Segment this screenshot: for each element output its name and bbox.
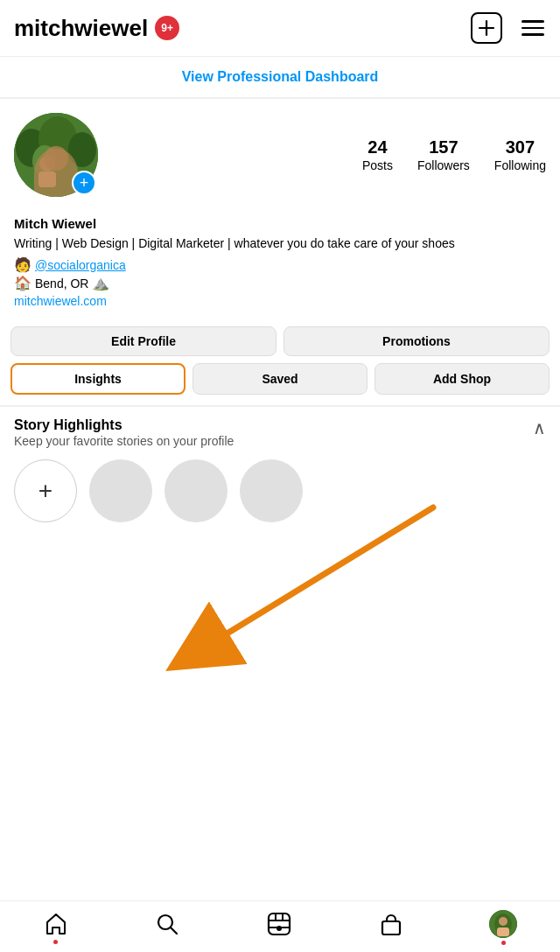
add-shop-label: Add Shop <box>433 372 491 386</box>
bio-website-line: mitchwiewel.com <box>14 293 546 309</box>
profile-top: + 24 Posts 157 Followers 307 Following <box>14 113 546 197</box>
nav-shop[interactable] <box>378 911 404 937</box>
svg-rect-17 <box>282 914 284 920</box>
mountain-emoji: ⛰️ <box>92 275 109 291</box>
hamburger-icon <box>522 20 544 36</box>
action-buttons-row2: Insights Saved Add Shop <box>0 360 560 405</box>
dashboard-link-section: View Professional Dashboard <box>0 57 560 98</box>
person-emoji: 🧑 <box>14 256 32 273</box>
highlights-header: Story Highlights Keep your favorite stor… <box>14 417 546 451</box>
highlights-title: Story Highlights <box>14 417 234 433</box>
svg-point-7 <box>39 156 55 172</box>
following-stat[interactable]: 307 Following <box>494 137 546 173</box>
insights-label: Insights <box>74 372 122 386</box>
nav-search[interactable] <box>154 911 180 937</box>
svg-rect-13 <box>269 914 290 934</box>
followers-label: Followers <box>417 158 470 172</box>
posts-count: 24 <box>362 137 393 158</box>
profile-section: + 24 Posts 157 Followers 307 Following <box>0 99 560 216</box>
insights-button[interactable]: Insights <box>10 363 186 395</box>
svg-point-22 <box>499 917 508 926</box>
stats-row: 24 Posts 157 Followers 307 Following <box>116 137 546 173</box>
house-emoji: 🏠 <box>14 275 32 291</box>
svg-rect-19 <box>382 921 400 934</box>
highlight-item-2[interactable] <box>164 459 228 522</box>
svg-rect-23 <box>497 928 509 936</box>
add-highlight-circle[interactable]: + <box>14 459 77 522</box>
bio-text: Writing | Web Design | Digital Marketer … <box>14 234 546 253</box>
bio-mention-link[interactable]: @socialorganica <box>35 258 126 272</box>
svg-point-18 <box>276 926 282 931</box>
posts-label: Posts <box>362 158 393 172</box>
followers-stat[interactable]: 157 Followers <box>417 137 470 173</box>
add-shop-button[interactable]: Add Shop <box>374 363 550 395</box>
header-right <box>469 10 546 46</box>
posts-stat[interactable]: 24 Posts <box>362 137 393 173</box>
home-icon <box>43 911 69 937</box>
highlights-subtitle: Keep your favorite stories on your profi… <box>14 433 234 451</box>
saved-label: Saved <box>262 372 298 386</box>
profile-notification-dot <box>501 941 506 945</box>
avatar-wrapper: + <box>14 113 98 197</box>
svg-rect-16 <box>275 914 276 920</box>
add-content-button[interactable] <box>469 10 504 46</box>
svg-rect-14 <box>269 920 290 921</box>
highlights-row: + <box>14 459 546 529</box>
saved-button[interactable]: Saved <box>192 363 368 395</box>
nav-reels[interactable] <box>266 911 292 937</box>
svg-rect-8 <box>38 172 56 187</box>
highlight-circle-1[interactable] <box>89 459 152 522</box>
nav-home[interactable] <box>43 911 69 937</box>
nav-profile[interactable] <box>489 910 517 938</box>
bio-section: Mitch Wiewel Writing | Web Design | Digi… <box>0 216 560 319</box>
search-icon <box>154 911 180 937</box>
svg-point-6 <box>32 145 57 177</box>
highlights-title-group: Story Highlights Keep your favorite stor… <box>14 417 234 451</box>
highlight-item-3[interactable] <box>240 459 303 522</box>
header: mitchwiewel 9+ <box>0 0 560 57</box>
following-label: Following <box>494 158 546 172</box>
bio-location: Bend, OR <box>35 276 88 290</box>
display-name: Mitch Wiewel <box>14 216 546 231</box>
add-icon <box>471 12 502 44</box>
promotions-button[interactable]: Promotions <box>284 326 550 356</box>
edit-profile-label: Edit Profile <box>111 334 176 348</box>
story-highlights-section: Story Highlights Keep your favorite stor… <box>0 406 560 536</box>
edit-profile-button[interactable]: Edit Profile <box>10 326 276 356</box>
highlight-circle-3[interactable] <box>240 459 303 522</box>
header-left: mitchwiewel 9+ <box>14 15 179 42</box>
bottom-navigation <box>0 900 560 952</box>
highlights-collapse-button[interactable]: ∧ <box>533 417 546 438</box>
highlight-circle-2[interactable] <box>164 459 228 522</box>
nav-profile-avatar <box>489 910 517 938</box>
bio-website-link[interactable]: mitchwiewel.com <box>14 294 107 308</box>
notification-badge[interactable]: 9+ <box>155 16 179 40</box>
svg-point-5 <box>68 132 96 167</box>
username: mitchwiewel <box>14 15 148 42</box>
menu-button[interactable] <box>520 18 546 38</box>
reels-icon <box>266 911 292 937</box>
home-notification-dot <box>53 940 58 944</box>
svg-line-12 <box>171 928 177 934</box>
shop-icon <box>378 911 404 937</box>
highlight-item-1[interactable] <box>89 459 152 522</box>
following-count: 307 <box>494 137 546 158</box>
add-highlight-item[interactable]: + <box>14 459 77 522</box>
bio-location-line: 🏠 Bend, OR ⛰️ <box>14 275 546 291</box>
add-story-button[interactable]: + <box>72 171 96 195</box>
view-professional-dashboard-link[interactable]: View Professional Dashboard <box>182 69 379 84</box>
add-highlight-icon: + <box>38 477 52 505</box>
promotions-label: Promotions <box>382 334 451 348</box>
bio-mention-line: 🧑 @socialorganica <box>14 256 546 273</box>
followers-count: 157 <box>417 137 470 158</box>
action-buttons-row1: Edit Profile Promotions <box>0 319 560 360</box>
